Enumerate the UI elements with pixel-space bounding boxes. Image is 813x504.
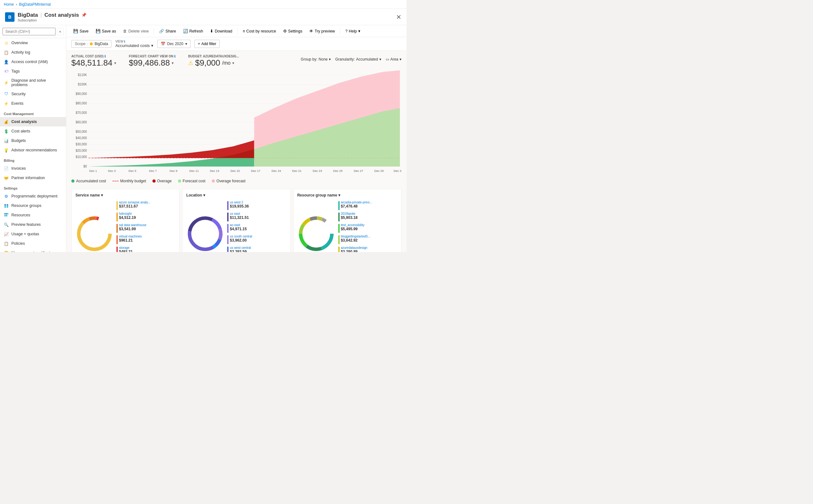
sidebar-item-budgets[interactable]: 📊 Budgets: [0, 136, 66, 145]
add-filter-button[interactable]: + Add filter: [194, 40, 220, 48]
scope-control[interactable]: Scope : ⬟ BigData: [71, 40, 111, 48]
sidebar-item-activity[interactable]: 📋 Activity log: [0, 48, 66, 57]
donut-card-service: Service name ▾: [71, 189, 180, 252]
sidebar-item-resources[interactable]: Resources: [0, 210, 66, 220]
download-button[interactable]: ⬇ Download: [207, 27, 235, 35]
loc-val-1: $19,935.36: [230, 204, 249, 208]
top-bar: Home › BigDataPMInternal: [0, 0, 406, 9]
svg-text:Dec 29: Dec 29: [374, 169, 384, 173]
sidebar-item-certs[interactable]: 🏆 Management certificates: [0, 248, 66, 252]
legend-forecast: Forecast cost: [178, 179, 205, 183]
sidebar-item-partner[interactable]: 🤝 Partner information: [0, 173, 66, 183]
loc-name-4[interactable]: us south central: [230, 235, 252, 238]
budgets-icon: 📊: [4, 138, 9, 143]
invoices-icon: 📄: [4, 166, 9, 171]
search-input[interactable]: [3, 28, 56, 35]
loc-name-3[interactable]: ao east: [230, 223, 246, 227]
legend-name-4[interactable]: virtual machines: [119, 235, 142, 238]
delete-view-button[interactable]: 🗑 Delete view: [120, 27, 152, 35]
cost-analysis-label: Cost analysis: [11, 120, 37, 124]
svg-rect-6: [8, 213, 8, 214]
save-as-button[interactable]: 💾 Save as: [92, 27, 119, 35]
date-pill[interactable]: 📅 Dec 2020 ▾: [157, 40, 191, 48]
refresh-button[interactable]: 🔄 Refresh: [180, 27, 206, 35]
sidebar-item-cost-analysis[interactable]: 💰 Cost analysis: [0, 117, 66, 126]
sidebar-item-iam[interactable]: 👤 Access control (IAM): [0, 57, 66, 67]
donut-rg-title[interactable]: Resource group name ▾: [297, 193, 397, 197]
share-button[interactable]: 🔗 Share: [156, 27, 179, 35]
pin-icon[interactable]: 📌: [81, 13, 86, 17]
cost-analysis-title: Cost analysis: [44, 12, 79, 18]
sidebar-item-preview[interactable]: 🔍 Preview features: [0, 220, 66, 229]
rg-name-4[interactable]: bloggettingstarted0...: [341, 235, 370, 238]
svg-text:Dec 3: Dec 3: [108, 169, 115, 173]
loc-name-5[interactable]: us west central: [230, 246, 251, 249]
legend-overage-forecast: Overage forecast: [212, 179, 245, 183]
sidebar-item-cost-alerts[interactable]: 💲 Cost alerts: [0, 126, 66, 136]
sidebar-item-advisor[interactable]: 💡 Advisor recommendations: [0, 145, 66, 155]
svg-text:$90,000: $90,000: [76, 92, 87, 96]
group-by-control[interactable]: Group by: None ▾: [301, 57, 331, 62]
view-info-icon[interactable]: ℹ: [124, 40, 125, 43]
breadcrumb-subscription[interactable]: BigDataPMInternal: [19, 2, 51, 7]
legend-accumulated-label: Accumulated cost: [76, 179, 106, 183]
sidebar-item-prog[interactable]: ⚙ Programmatic deployment: [0, 191, 66, 201]
rg-name-2[interactable]: 2019iqnite: [341, 212, 357, 215]
loc-name-1[interactable]: us west 2: [230, 201, 249, 204]
area-control[interactable]: ▭ Area ▾: [386, 57, 401, 62]
svg-text:Dec 15: Dec 15: [230, 169, 240, 173]
donut-legend-item-3: sql data warehouse $3,541.99: [116, 223, 175, 233]
donut-rg-chart: [297, 215, 335, 252]
toolbar-sep2: [237, 28, 238, 34]
sidebar-collapse-btn[interactable]: «: [57, 28, 63, 35]
actual-info[interactable]: ℹ: [104, 55, 106, 58]
delete-label: Delete view: [128, 29, 149, 33]
sidebar-item-diagnose[interactable]: ⚡ Diagnose and solve problems: [0, 76, 66, 89]
sidebar-item-usage[interactable]: 📈 Usage + quotas: [0, 229, 66, 239]
legend-name-3[interactable]: sql data warehouse: [119, 223, 146, 227]
page-title: BigData | Cost analysis 📌: [18, 12, 86, 18]
rg-name-1[interactable]: arcadia-private-previ...: [341, 201, 372, 204]
rg-label: Resource groups: [11, 203, 41, 208]
legend-name-1[interactable]: azure synapse analy...: [119, 201, 150, 204]
sidebar-item-security[interactable]: 🛡 Security: [0, 89, 66, 99]
try-preview-button[interactable]: 👁 Try preview: [306, 27, 338, 35]
rg-name-5[interactable]: azuredatauxdesign: [341, 246, 368, 249]
help-button[interactable]: ? Help ▾: [342, 27, 363, 35]
sidebar-item-tags[interactable]: 🏷 Tags: [0, 67, 66, 76]
save-button[interactable]: 💾 Save: [70, 27, 92, 35]
try-preview-icon: 👁: [309, 29, 313, 33]
cost-resource-icon: ≡: [243, 29, 245, 33]
rg-name-3[interactable]: test_accessibility: [341, 223, 364, 227]
settings-button[interactable]: ⚙ Settings: [280, 27, 305, 35]
budget-value[interactable]: ⚠ $9,000 /mo ▾: [188, 58, 239, 68]
group-by-chevron: ▾: [329, 57, 331, 62]
advisor-icon: 💡: [4, 148, 9, 153]
forecast-value[interactable]: $99,486.88 ▾: [129, 58, 175, 68]
donut-service-title[interactable]: Service name ▾: [75, 193, 175, 197]
loc-name-2[interactable]: us east: [230, 212, 249, 215]
sidebar-item-overview[interactable]: ⊙ Overview: [0, 38, 66, 48]
close-button[interactable]: ✕: [396, 13, 401, 21]
sidebar-item-policies[interactable]: 📋 Policies: [0, 239, 66, 248]
legend-name-5[interactable]: storage: [119, 246, 133, 249]
sidebar-item-invoices[interactable]: 📄 Invoices: [0, 164, 66, 173]
budget-cost: BUDGET: AZUREDATAUXDESIG... ⚠ $9,000 /mo…: [188, 55, 239, 68]
actual-value[interactable]: $48,511.84 ▾: [71, 58, 116, 68]
sidebar-item-events[interactable]: ⚡ Events: [0, 99, 66, 108]
legend-budget: Monthly budget: [112, 179, 146, 183]
save-label: Save: [79, 29, 89, 33]
help-label: Help: [349, 29, 357, 33]
breadcrumb-home[interactable]: Home: [4, 2, 14, 7]
rg-item-2: 2019iqnite $5,903.18: [338, 212, 397, 221]
location-chevron: ▾: [203, 193, 205, 197]
forecast-info[interactable]: ℹ: [174, 55, 175, 58]
view-value[interactable]: Accumulated costs ▾: [115, 43, 153, 48]
save-as-icon: 💾: [96, 29, 101, 33]
cost-by-resource-button[interactable]: ≡ Cost by resource: [239, 27, 279, 35]
sidebar-item-resource-groups[interactable]: Resource groups: [0, 201, 66, 210]
granularity-control[interactable]: Granularity: Accumulated ▾: [335, 57, 381, 62]
legend-name-2[interactable]: hdinsight: [119, 212, 136, 215]
donut-location-title[interactable]: Location ▾: [186, 193, 286, 197]
section-cost-mgmt: Cost Management: [0, 108, 66, 117]
